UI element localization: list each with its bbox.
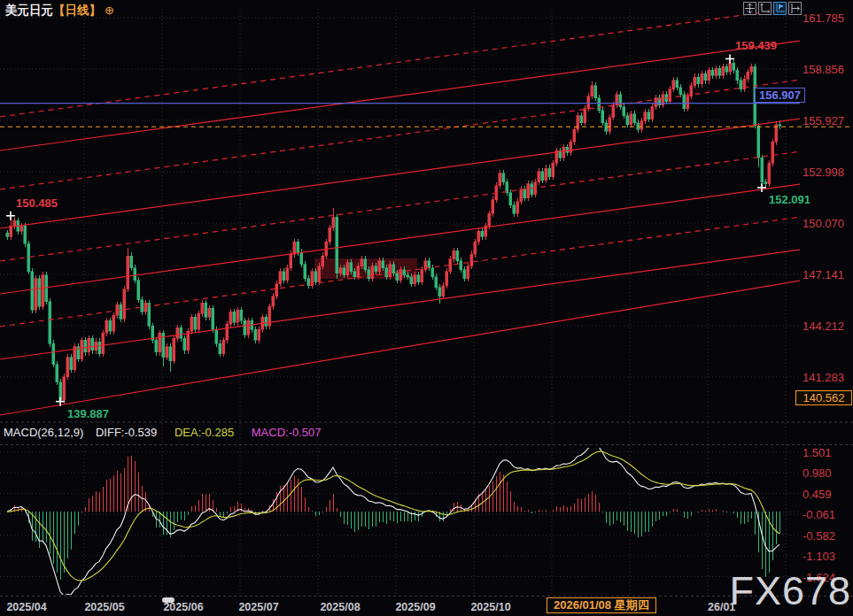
price-axis-label: 155.927 [803, 114, 844, 127]
crosshair-date-box: 2026/01/08 星期四 [547, 597, 656, 613]
price-annotation: 139.887 [67, 407, 109, 420]
chart-canvas[interactable] [0, 0, 853, 616]
pan-tool-button[interactable] [743, 2, 756, 15]
axis-shift-icon [790, 4, 800, 13]
price-axis-label: 161.785 [803, 12, 844, 25]
watermark: FX678 [729, 571, 851, 611]
macd-axis-label: 0.980 [803, 466, 832, 480]
price-axis-label: 152.998 [803, 166, 844, 179]
blue-level-tag: 156.907 [755, 88, 805, 103]
macd-header: MACD(26,12,9) DIFF:-0.539 DEA:-0.285 MAC… [4, 426, 322, 439]
macd-axis-label: -1.103 [803, 550, 835, 563]
axis-track-tool-button[interactable] [773, 2, 787, 15]
month-label: 2025/04 [6, 601, 46, 613]
month-label: 2025/05 [84, 601, 124, 613]
chart-title: 美元日元【日线】⊕ [5, 3, 114, 19]
price-annotation: 150.485 [16, 196, 58, 210]
price-axis-label: 158.856 [803, 63, 844, 76]
month-label: 2025/06 [163, 601, 203, 613]
price-annotation: 152.091 [769, 193, 810, 206]
macd-diff-value: DIFF:-0.539 [96, 426, 157, 439]
price-axis-label: 144.212 [803, 319, 844, 332]
macd-title: MACD(26,12,9) [4, 426, 83, 439]
month-label: 2025/07 [238, 601, 278, 613]
macd-axis-label: -0.061 [803, 508, 835, 521]
pan-icon [745, 4, 755, 13]
macd-axis-label: -0.582 [803, 528, 835, 542]
month-label: 2025/08 [320, 601, 360, 613]
price-annotation: 159.439 [735, 39, 777, 52]
period-label: 【日线】 [53, 4, 101, 17]
instrument-name: 美元日元 [5, 4, 53, 17]
macd-dea-value: DEA:-0.285 [174, 426, 234, 439]
macd-macd-value: MACD:-0.507 [252, 426, 322, 439]
month-label: 2025/10 [470, 601, 510, 613]
trading-app: { "header": { "title": "美元日元", "period":… [0, 0, 853, 616]
axis-shift-tool-button[interactable] [788, 2, 802, 15]
add-instrument-icon[interactable]: ⊕ [105, 4, 114, 17]
month-label: 2025/09 [395, 601, 435, 613]
axis-scale-icon [760, 4, 770, 13]
axis-toolbar [743, 2, 802, 15]
price-axis-label: 147.141 [803, 267, 844, 281]
price-axis-label: 150.070 [803, 216, 844, 229]
macd-axis-label: 1.501 [803, 445, 832, 458]
macd-axis-label: 0.459 [803, 487, 832, 500]
scrollbar-thumb[interactable] [162, 597, 174, 603]
axis-track-icon [775, 4, 785, 13]
price-axis-label: 141.283 [803, 371, 844, 384]
axis-scale-tool-button[interactable] [758, 2, 772, 15]
crosshair-price-box: 140.562 [795, 390, 852, 405]
